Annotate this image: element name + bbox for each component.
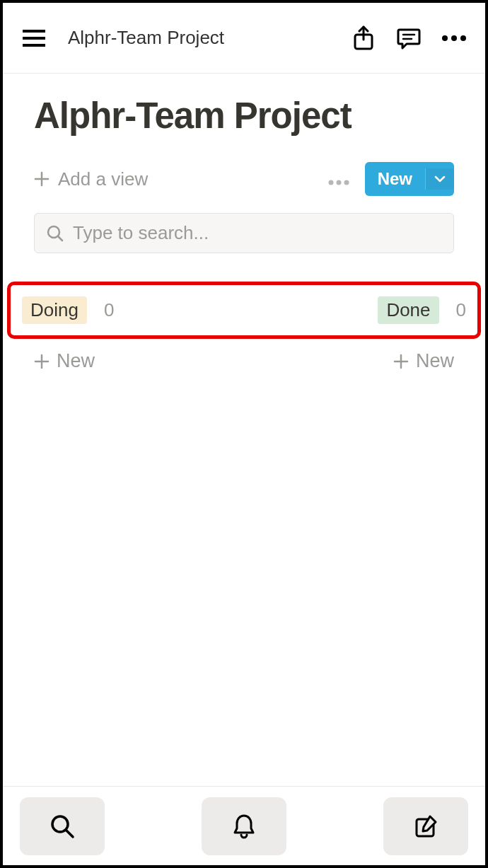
svg-line-16 <box>58 236 62 241</box>
share-button[interactable] <box>349 24 378 52</box>
add-view-button[interactable]: Add a view <box>34 168 148 190</box>
new-button-dropdown[interactable] <box>425 168 454 190</box>
svg-point-8 <box>451 35 457 41</box>
dots-horizontal-icon <box>441 35 467 42</box>
svg-point-13 <box>336 180 341 185</box>
column-header-done[interactable]: Done 0 <box>378 296 466 324</box>
nav-compose-button[interactable] <box>383 797 468 855</box>
new-card-label: New <box>416 350 454 372</box>
hamburger-icon <box>23 29 45 47</box>
svg-point-9 <box>460 35 466 41</box>
svg-point-7 <box>442 35 448 41</box>
view-controls-row: Add a view New <box>34 162 454 196</box>
plus-icon <box>393 354 409 369</box>
more-button[interactable] <box>440 24 468 52</box>
compose-icon <box>413 814 438 839</box>
search-icon <box>49 813 76 840</box>
svg-point-21 <box>52 816 68 832</box>
done-tag: Done <box>378 296 438 324</box>
done-count: 0 <box>456 299 466 321</box>
column-header-doing[interactable]: Doing 0 <box>22 296 114 324</box>
svg-point-14 <box>344 180 349 185</box>
page-title: Alphr-Team Project <box>34 95 454 137</box>
header-title[interactable]: Alphr-Team Project <box>68 27 349 49</box>
new-card-doing[interactable]: New <box>34 350 95 372</box>
nav-notifications-button[interactable] <box>202 797 286 855</box>
doing-count: 0 <box>104 299 114 321</box>
svg-point-12 <box>328 180 333 185</box>
new-card-row: New New <box>34 345 454 378</box>
new-card-done[interactable]: New <box>393 350 454 372</box>
svg-line-22 <box>66 831 73 837</box>
search-placeholder: Type to search... <box>73 222 209 244</box>
comment-icon <box>397 27 421 50</box>
bell-icon <box>232 813 256 840</box>
main-content: Alphr-Team Project Add a view New <box>3 74 485 786</box>
search-icon <box>46 224 64 243</box>
plus-icon <box>34 354 50 369</box>
view-options-button[interactable] <box>328 168 349 190</box>
menu-button[interactable] <box>20 24 48 52</box>
new-button-label: New <box>365 162 425 196</box>
search-input[interactable]: Type to search... <box>34 213 454 253</box>
plus-icon <box>34 171 50 187</box>
chevron-down-icon <box>434 175 446 183</box>
nav-search-button[interactable] <box>20 797 105 855</box>
comment-button[interactable] <box>395 24 423 52</box>
new-card-label: New <box>57 350 95 372</box>
share-icon <box>353 25 374 51</box>
header-actions <box>349 24 468 52</box>
bottom-nav <box>3 786 485 865</box>
dots-horizontal-icon <box>328 180 349 185</box>
doing-tag: Doing <box>22 296 87 324</box>
new-button[interactable]: New <box>365 162 454 196</box>
add-view-label: Add a view <box>58 168 148 190</box>
board-columns-header-highlighted: Doing 0 Done 0 <box>7 282 481 339</box>
header-bar: Alphr-Team Project <box>3 3 485 74</box>
